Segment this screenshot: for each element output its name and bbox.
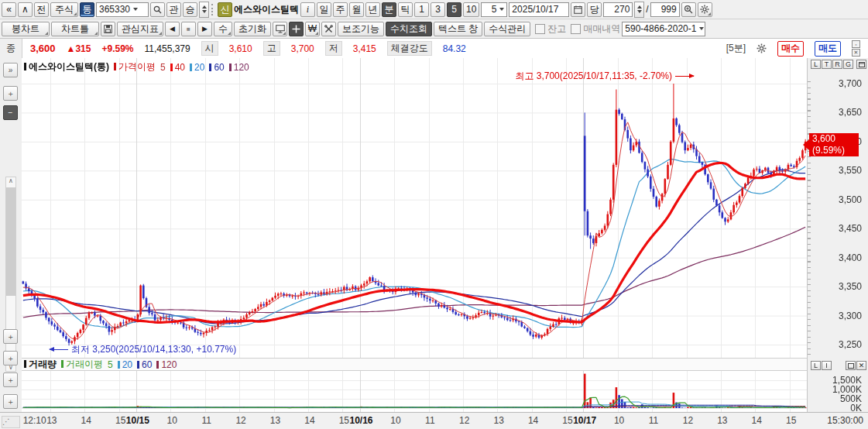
jong-tab[interactable]: 종 [0, 39, 22, 58]
collapse-button[interactable]: » [3, 63, 18, 77]
chart-frame-button[interactable]: 차트틀 [51, 22, 99, 36]
y-axis-label: 3,550 [839, 165, 862, 176]
nav-back-button[interactable]: « [2, 2, 16, 17]
assist-功能-button[interactable]: 보조기능 [338, 22, 384, 36]
scroll-left-button[interactable]: ◀ [165, 22, 180, 36]
bar-count-stepper[interactable] [634, 2, 644, 18]
left-arrow-icon [50, 349, 68, 350]
minute-combo[interactable]: 5 [481, 2, 507, 17]
interval-3-button[interactable]: 3 [431, 2, 445, 17]
pane-separator[interactable]: 거래량거래이평52060120 [22, 358, 807, 371]
won-tool-button[interactable]: ₩ [305, 22, 320, 36]
interval-1-button[interactable]: 1 [414, 2, 429, 17]
period-month-button[interactable]: 월 [349, 2, 364, 17]
toolbar-chart: 봉차트 차트틀 관심지표 ◀ ■ ▶ 수 초기화 ₩ 보조기능 수치조회 텍스트… [0, 19, 868, 39]
date-input[interactable]: 2025/10/17 [509, 2, 569, 17]
account-combo[interactable]: 590-4866-2020-1 [622, 22, 705, 36]
slash-label: / [646, 4, 648, 15]
text-window-button[interactable]: 텍스트 창 [434, 22, 482, 36]
add-indicator-button-4[interactable]: ＋ [3, 394, 18, 409]
chart-settings-button[interactable] [756, 43, 767, 53]
info-button[interactable]: i [300, 2, 315, 17]
price-legend: 에스와이스틸텍(통)가격이평5402060120 [24, 60, 249, 74]
toolbar-main: « ∧ 전 주식 통 365330 관 승 신 에스와이스틸텍 i 일 주 월 … [0, 0, 868, 19]
checkbox-icon [571, 24, 581, 34]
add-indicator-button-2[interactable]: ＋ [3, 351, 18, 366]
legend-item: 60 [137, 359, 152, 370]
stock-code-input[interactable]: 365330 [96, 2, 149, 17]
tools-button[interactable] [321, 22, 336, 36]
candle-type-button[interactable]: 봉차트 [2, 22, 50, 36]
period-day-button[interactable]: 일 [317, 2, 331, 17]
close-icon[interactable]: ✕ [852, 49, 860, 57]
reset-button[interactable]: 초기화 [234, 22, 271, 36]
trade-history-checkbox[interactable]: 매매내역 [571, 22, 620, 36]
x-axis-label: 12 [683, 415, 693, 426]
monitor-button[interactable] [273, 22, 287, 36]
low-price: 3,415 [353, 43, 376, 54]
separator-button-i[interactable]: I [822, 361, 832, 370]
buy-button[interactable]: 매수 [777, 41, 804, 57]
su-button[interactable]: 수 [214, 22, 232, 36]
strength-label: 체결강도 [387, 41, 432, 56]
formula-manage-button[interactable]: 수식관리 [484, 22, 530, 36]
x-axis-label: 10/16 [350, 415, 373, 426]
interval-5-button[interactable]: 5 [447, 2, 461, 17]
seung-button[interactable]: 승 [183, 2, 197, 17]
vol-pane-close-button[interactable]: ✕ [856, 361, 866, 370]
axis-button-g[interactable]: G [843, 60, 853, 69]
axis-button-r[interactable]: R [832, 60, 842, 69]
scroll-up-icon[interactable]: ∧ [9, 177, 13, 184]
legend-swatch-icon [118, 361, 120, 369]
x-axis-label: 13 [270, 415, 280, 426]
vol-pane-restore-button[interactable] [846, 361, 856, 370]
scroll-right-button[interactable]: ▶ [197, 22, 212, 36]
axis-button-t[interactable]: T [822, 60, 832, 69]
period-minute-button[interactable]: 분 [382, 2, 396, 17]
scrollbar-thumb[interactable] [6, 187, 15, 296]
add-pane-button[interactable]: ＋ [3, 86, 18, 101]
sell-button[interactable]: 매도 [815, 41, 841, 57]
prev-stock-button[interactable]: 전 [34, 2, 49, 17]
balance-checkbox[interactable]: 잔고 [535, 22, 566, 36]
bottom-left-grip[interactable]: ⋰ [2, 416, 20, 428]
watchlist-button[interactable]: 관 [166, 2, 181, 17]
scroll-stop-button[interactable]: ■ [181, 22, 196, 36]
crosshair-button[interactable] [289, 22, 304, 36]
save-button[interactable] [101, 22, 115, 36]
legend-item: 20 [190, 62, 204, 73]
asset-type-button[interactable]: 주식 [50, 2, 78, 17]
search-button[interactable] [150, 2, 165, 17]
settings-button[interactable] [698, 2, 712, 17]
pane-window-button[interactable] [856, 60, 866, 69]
period-tick-button[interactable]: 틱 [398, 2, 413, 17]
nav-expand-button[interactable]: ∧ [18, 2, 33, 17]
period-week-button[interactable]: 주 [333, 2, 348, 17]
tong-badge[interactable]: 통 [80, 2, 94, 17]
y-axis-label: 3,700 [839, 78, 862, 89]
volume-chart-canvas[interactable] [22, 371, 807, 412]
interest-indicator-button[interactable]: 관심지표 [117, 22, 163, 36]
right-axis-panel[interactable]: LTRG 3,7003,6503,6003,5503,5003,4503,400… [807, 58, 868, 412]
interval-10-button[interactable]: 10 [463, 2, 479, 17]
today-button[interactable]: 당 [587, 2, 602, 17]
minute-combo-value: 5 [492, 4, 497, 15]
max-count-input[interactable]: 999 [650, 2, 680, 17]
add-indicator-button-3[interactable]: ＋ [3, 372, 18, 387]
remove-pane-button[interactable]: − [3, 105, 18, 120]
calendar-button[interactable] [571, 2, 585, 17]
legend-swatch-icon [61, 360, 63, 368]
separator-button-l[interactable]: L [811, 361, 821, 370]
axis-button-l[interactable]: L [811, 60, 821, 69]
zoom-button[interactable] [681, 2, 696, 17]
price-chart-canvas[interactable] [22, 58, 807, 358]
popup-icon[interactable]: ▫ [852, 40, 860, 48]
date-value: 2025/10/17 [512, 4, 558, 15]
period-year-button[interactable]: 년 [365, 2, 380, 17]
numeric-lookup-button[interactable]: 수치조회 [386, 22, 432, 36]
bar-count-input[interactable]: 270 [603, 2, 633, 17]
price-info-bar: 종 3,600 ▲315 +9.59% 11,455,379 시 3,610 고… [0, 39, 868, 59]
stop-icon: ■ [187, 26, 190, 33]
stock-stepper[interactable] [199, 2, 209, 18]
add-indicator-button-1[interactable]: ＋ [3, 329, 18, 344]
